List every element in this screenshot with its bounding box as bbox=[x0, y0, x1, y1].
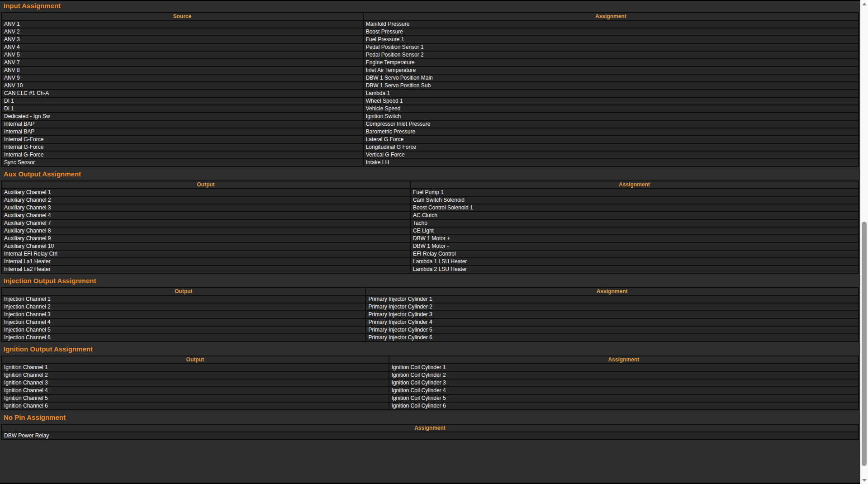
assignment-table: OutputAssignmentInjection Channel 1Prima… bbox=[1, 287, 859, 342]
cell: Ignition Channel 5 bbox=[1, 394, 389, 402]
cell: Internal La2 Heater bbox=[1, 266, 410, 273]
table-row: Internal G-ForceVertical G Force bbox=[1, 151, 859, 159]
cell: ANV 7 bbox=[1, 59, 363, 66]
table-row: Internal EFI Relay CtrlEFI Relay Control bbox=[1, 250, 859, 258]
cell: Injection Channel 2 bbox=[1, 303, 365, 311]
column-header: Output bbox=[1, 288, 365, 295]
table-row: Sync SensorIntake LH bbox=[1, 159, 859, 166]
scroll-up-button[interactable] bbox=[860, 0, 868, 8]
cell: Ignition Channel 1 bbox=[1, 364, 389, 371]
column-header: Assignment bbox=[363, 13, 859, 20]
table-row: Injection Channel 6Primary Injector Cyli… bbox=[1, 334, 859, 342]
window-top-edge bbox=[0, 0, 860, 1]
cell: Internal G-Force bbox=[1, 143, 363, 151]
cell: Ignition Coil Cylinder 5 bbox=[389, 394, 859, 402]
up-arrow-icon bbox=[862, 3, 867, 5]
pin-assignment-report: Input AssignmentSourceAssignmentANV 1Man… bbox=[0, 1, 860, 484]
cell: EFI Relay Control bbox=[410, 250, 859, 258]
cell: DBW 1 Motor + bbox=[410, 235, 859, 242]
table-row: Auxiliary Channel 8CE Light bbox=[1, 227, 859, 235]
table-row: Auxiliary Channel 2Cam Switch Solenoid bbox=[1, 196, 859, 204]
assignment-table: OutputAssignmentIgnition Channel 1Igniti… bbox=[1, 356, 859, 410]
column-header: Assignment bbox=[365, 288, 859, 295]
scroll-down-button[interactable] bbox=[860, 476, 868, 484]
table-row: Auxiliary Channel 10DBW 1 Motor - bbox=[1, 242, 859, 250]
header-row: SourceAssignment bbox=[1, 13, 859, 20]
cell: Cam Switch Solenoid bbox=[410, 196, 859, 204]
cell: Auxiliary Channel 9 bbox=[1, 235, 410, 242]
cell: Internal La1 Heater bbox=[1, 258, 410, 266]
cell: Auxiliary Channel 4 bbox=[1, 212, 410, 219]
cell: ANV 1 bbox=[1, 20, 363, 28]
table-row: ANV 7Engine Temperature bbox=[1, 59, 859, 66]
table-row: Injection Channel 5Primary Injector Cyli… bbox=[1, 326, 859, 334]
table-row: Internal La2 HeaterLambda 2 LSU Heater bbox=[1, 266, 859, 273]
cell: DI 1 bbox=[1, 105, 363, 113]
cell: Longitudinal G Force bbox=[363, 143, 859, 151]
table-row: Ignition Channel 1Ignition Coil Cylinder… bbox=[1, 364, 859, 371]
cell: Internal EFI Relay Ctrl bbox=[1, 250, 410, 258]
table-row: Auxiliary Channel 3Boost Control Solenoi… bbox=[1, 204, 859, 212]
table-row: ANV 10DBW 1 Servo Position Sub bbox=[1, 82, 859, 90]
cell: Primary Injector Cylinder 6 bbox=[365, 334, 859, 342]
table-row: Dedicated - Ign SwIgnition Switch bbox=[1, 113, 859, 120]
cell: Primary Injector Cylinder 3 bbox=[365, 311, 859, 318]
cell: Auxiliary Channel 3 bbox=[1, 204, 410, 212]
cell: Vertical G Force bbox=[363, 151, 859, 159]
vertical-scrollbar[interactable] bbox=[860, 0, 868, 484]
section-heading: Input Assignment bbox=[4, 2, 860, 9]
cell: Injection Channel 4 bbox=[1, 318, 365, 326]
cell: Dedicated - Ign Sw bbox=[1, 113, 363, 120]
cell: ANV 8 bbox=[1, 66, 363, 74]
cell: Lateral G Force bbox=[363, 136, 859, 143]
table-row: Internal BAPBarometric Pressure bbox=[1, 128, 859, 136]
cell: Internal BAP bbox=[1, 120, 363, 128]
cell: Engine Temperature bbox=[363, 59, 859, 66]
column-header: Assignment bbox=[1, 424, 859, 432]
table-row: ANV 5Pedal Position Sensor 2 bbox=[1, 51, 859, 59]
cell: Primary Injector Cylinder 1 bbox=[365, 295, 859, 303]
cell: ANV 4 bbox=[1, 43, 363, 51]
assignment-table: SourceAssignmentANV 1Manifold PressureAN… bbox=[1, 12, 859, 167]
assignment-table: OutputAssignmentAuxiliary Channel 1Fuel … bbox=[1, 180, 859, 274]
cell: DBW Power Relay bbox=[1, 432, 859, 440]
cell: CE Light bbox=[410, 227, 859, 235]
section-heading: Injection Output Assignment bbox=[4, 277, 860, 285]
cell: Auxiliary Channel 7 bbox=[1, 219, 410, 227]
section-input-assignment: Input AssignmentSourceAssignmentANV 1Man… bbox=[0, 2, 860, 167]
cell: Fuel Pump 1 bbox=[410, 189, 859, 196]
table-row: Injection Channel 1Primary Injector Cyli… bbox=[1, 295, 859, 303]
table-row: Ignition Channel 2Ignition Coil Cylinder… bbox=[1, 371, 859, 379]
cell: Boost Pressure bbox=[363, 28, 859, 36]
cell: Internal G-Force bbox=[1, 151, 363, 159]
table-row: ANV 1Manifold Pressure bbox=[1, 20, 859, 28]
cell: Ignition Coil Cylinder 1 bbox=[389, 364, 859, 371]
table-row: ANV 4Pedal Position Sensor 1 bbox=[1, 43, 859, 51]
cell: Internal G-Force bbox=[1, 136, 363, 143]
table-row: CAN ELC #1 Ch-ALambda 1 bbox=[1, 90, 859, 97]
column-header: Output bbox=[1, 356, 389, 364]
cell: ANV 10 bbox=[1, 82, 363, 90]
cell: Lambda 1 bbox=[363, 90, 859, 97]
column-header: Output bbox=[1, 181, 410, 189]
scrollbar-thumb[interactable] bbox=[862, 222, 867, 466]
cell: Lambda 1 LSU Heater bbox=[410, 258, 859, 266]
cell: Auxiliary Channel 10 bbox=[1, 242, 410, 250]
column-header: Assignment bbox=[410, 181, 859, 189]
cell: Pedal Position Sensor 1 bbox=[363, 43, 859, 51]
column-header: Assignment bbox=[389, 356, 859, 364]
cell: Internal BAP bbox=[1, 128, 363, 136]
down-arrow-icon bbox=[862, 479, 867, 482]
cell: Auxiliary Channel 8 bbox=[1, 227, 410, 235]
table-row: Internal La1 HeaterLambda 1 LSU Heater bbox=[1, 258, 859, 266]
cell: DI 1 bbox=[1, 97, 363, 105]
cell: Fuel Pressure 1 bbox=[363, 36, 859, 43]
cell: Injection Channel 6 bbox=[1, 334, 365, 342]
table-row: Ignition Channel 6Ignition Coil Cylinder… bbox=[1, 402, 859, 410]
header-row: OutputAssignment bbox=[1, 181, 859, 189]
table-row: Internal G-ForceLongitudinal G Force bbox=[1, 143, 859, 151]
header-row: OutputAssignment bbox=[1, 356, 859, 364]
cell: Ignition Channel 6 bbox=[1, 402, 389, 410]
table-row: Internal BAPCompressor Inlet Pressure bbox=[1, 120, 859, 128]
cell: ANV 9 bbox=[1, 74, 363, 82]
